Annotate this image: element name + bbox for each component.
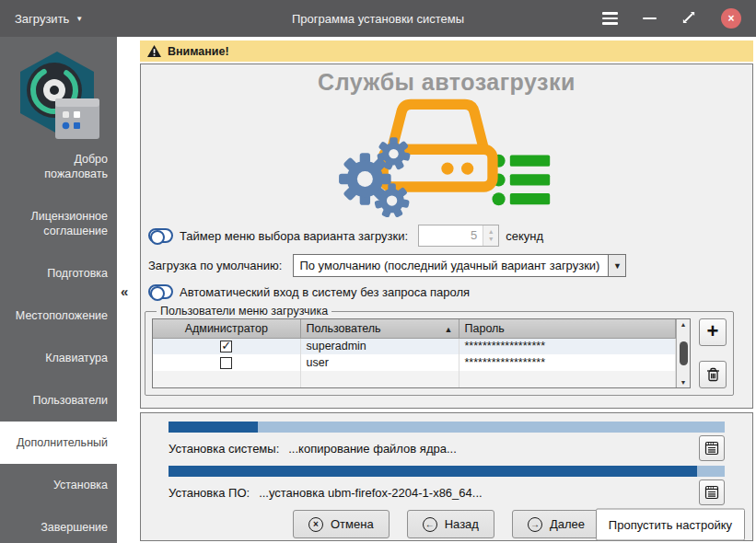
timer-toggle[interactable] (148, 228, 173, 243)
sidebar-item[interactable]: Дополнительный (0, 422, 117, 464)
users-table-body: ✓superadmin******************user*******… (153, 338, 676, 387)
cancel-button[interactable]: × Отмена (293, 510, 390, 538)
autologin-label: Автоматический вход в систему без запрос… (180, 285, 470, 299)
trash-icon (706, 367, 720, 382)
timer-label: Таймер меню выбора варианта загрузки: (180, 229, 408, 243)
software-progress-label: Установка ПО: (169, 486, 250, 500)
sidebar-item[interactable]: Клавиатура (0, 351, 117, 365)
load-menu-button[interactable]: Загрузить ▼ (15, 12, 83, 26)
sidebar-strip: « (117, 37, 140, 543)
timer-unit-label: секунд (506, 229, 543, 243)
spin-down-icon[interactable]: ▼ (488, 236, 494, 243)
empty-row (153, 371, 676, 387)
system-progress-status: ...копирование файлов ядра... (288, 442, 457, 456)
maximize-button[interactable] (681, 10, 696, 28)
software-log-button[interactable] (699, 479, 725, 505)
user-row[interactable]: user****************** (153, 354, 676, 371)
resize-icon (681, 10, 696, 25)
sidebar-item[interactable]: Установка (0, 478, 117, 492)
delete-user-button[interactable] (699, 361, 727, 388)
software-progress-fill (169, 466, 697, 477)
minimize-button[interactable] (643, 17, 657, 20)
system-progress-label: Установка системы: (169, 442, 279, 456)
dropdown-arrow-icon[interactable]: ▼ (608, 255, 625, 276)
sidebar-nav: Добро пожаловатьЛицензионное соглашениеП… (0, 152, 117, 535)
warning-banner: Внимание! (140, 40, 753, 62)
next-button[interactable]: → Далее (512, 510, 600, 538)
plus-icon: + (707, 321, 719, 341)
user-name-cell[interactable]: superadmin (300, 338, 459, 354)
window-title: Программа установки системы (292, 12, 464, 26)
back-icon: ← (423, 517, 437, 532)
column-header-user[interactable]: Пользователь ▲ (300, 319, 459, 338)
back-button[interactable]: ← Назад (407, 510, 494, 538)
cancel-icon: × (308, 517, 323, 532)
sidebar-item[interactable]: Завершение (0, 520, 117, 535)
user-password-cell[interactable]: ****************** (459, 338, 676, 354)
autologin-toggle[interactable] (148, 284, 173, 299)
user-password-cell[interactable]: ****************** (459, 354, 676, 371)
admin-checkbox[interactable] (220, 357, 232, 369)
boot-users-legend: Пользователи меню загрузчика (157, 305, 331, 318)
sidebar-item[interactable]: Пользователи (0, 393, 117, 408)
boot-drive-icon (331, 96, 562, 217)
software-progress-status: ...установка ubm-firefox-2204-1-x86_64..… (259, 486, 483, 500)
timer-value[interactable]: 5 (419, 225, 483, 246)
next-icon: → (528, 517, 542, 532)
collapse-sidebar-button[interactable]: « (121, 283, 128, 299)
installer-logo-icon (11, 49, 107, 141)
system-progressbar (169, 422, 725, 433)
warning-label: Внимание! (168, 45, 229, 58)
add-user-button[interactable]: + (699, 318, 727, 346)
system-progress-fill (169, 422, 258, 433)
journal-icon (704, 441, 719, 456)
journal-icon (704, 485, 719, 500)
load-menu-label: Загрузить (15, 12, 69, 26)
user-name-cell[interactable]: user (300, 354, 459, 371)
warning-icon (147, 45, 161, 57)
software-progressbar (169, 466, 725, 477)
spin-up-icon[interactable]: ▲ (488, 228, 494, 236)
progress-panel: Установка системы: ...копирование файлов… (140, 412, 753, 541)
column-header-password[interactable]: Пароль (459, 319, 676, 338)
sidebar-item[interactable]: Добро пожаловать (0, 152, 117, 181)
skip-settings-button[interactable]: Пропустить настройку (596, 508, 745, 540)
user-row[interactable]: ✓superadmin****************** (153, 338, 676, 354)
admin-checkbox[interactable]: ✓ (220, 341, 232, 352)
menu-icon[interactable] (602, 12, 618, 25)
sidebar-item[interactable]: Лицензионное соглашение (0, 209, 117, 238)
default-boot-select[interactable]: По умолчанию (последний удачный вариант … (293, 254, 626, 277)
system-log-button[interactable] (699, 435, 725, 461)
chevron-down-icon: ▼ (76, 15, 83, 23)
scroll-down-icon[interactable]: ▼ (680, 379, 687, 386)
column-header-admin[interactable]: Администратор (153, 319, 300, 338)
sort-asc-icon: ▲ (445, 325, 453, 334)
close-button[interactable]: × (721, 8, 741, 29)
sidebar: Добро пожаловатьЛицензионное соглашениеП… (0, 37, 117, 543)
titlebar: Загрузить ▼ Программа установки системы … (0, 0, 756, 37)
scroll-up-icon[interactable]: ▲ (680, 321, 687, 328)
boot-users-group: Пользователи меню загрузчика Администрат… (145, 305, 734, 396)
default-boot-label: Загрузка по умолчанию: (148, 259, 282, 272)
scrollbar-thumb[interactable] (680, 341, 688, 365)
timer-spin-buttons[interactable]: ▲ ▼ (483, 225, 498, 246)
page-title: Службы автозагрузки (141, 69, 752, 96)
sidebar-item[interactable]: Местоположение (0, 308, 117, 323)
users-table: Администратор Пользователь ▲ Пароль ✓sup… (152, 318, 691, 388)
content-panel: Службы автозагрузки (140, 64, 753, 409)
list-icon (493, 155, 551, 206)
close-icon: × (727, 13, 734, 24)
sidebar-item[interactable]: Подготовка (0, 266, 117, 281)
timer-spinbox[interactable]: 5 ▲ ▼ (418, 225, 499, 247)
window-controls: × (602, 8, 741, 29)
gears-icon (339, 137, 411, 217)
default-boot-value: По умолчанию (последний удачный вариант … (294, 255, 608, 276)
table-scrollbar[interactable]: ▲ ▼ (676, 319, 690, 387)
boot-services-illustration (141, 96, 752, 217)
